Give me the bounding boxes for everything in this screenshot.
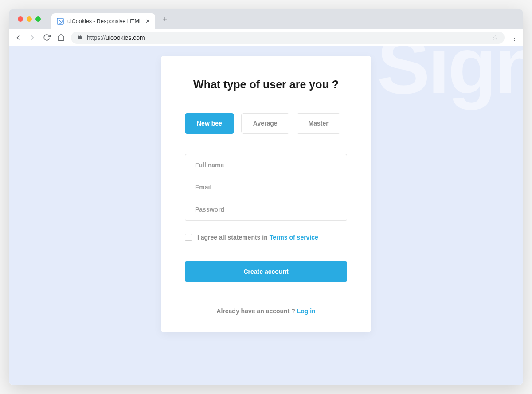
email-input[interactable]	[185, 176, 347, 198]
address-bar: https://uicookies.com ☆ ⋮	[9, 29, 523, 46]
terms-row: I agree all statements in Terms of servi…	[185, 234, 347, 241]
back-button[interactable]	[14, 34, 22, 42]
terms-text: I agree all statements in Terms of servi…	[197, 234, 318, 241]
user-type-master-button[interactable]: Master	[297, 113, 340, 134]
lock-icon	[77, 34, 82, 42]
user-type-newbee-button[interactable]: New bee	[185, 113, 234, 134]
page-content: Sign What type of user are you ? New bee…	[9, 46, 523, 385]
user-type-group: New bee Average Master	[185, 113, 347, 134]
browser-window: uiCookies - Responsive HTML × + https://…	[9, 9, 523, 385]
browser-menu-button[interactable]: ⋮	[511, 33, 518, 43]
card-heading: What type of user are you ?	[185, 78, 347, 91]
form-fields	[185, 154, 347, 221]
tab-bar: uiCookies - Responsive HTML × +	[9, 9, 523, 29]
terms-checkbox[interactable]	[185, 234, 192, 241]
background-decorative-text: Sign	[377, 46, 523, 111]
window-controls	[13, 16, 45, 22]
tab-title: uiCookies - Responsive HTML	[67, 18, 142, 24]
fullname-input[interactable]	[185, 154, 347, 176]
password-input[interactable]	[185, 198, 347, 221]
terms-link[interactable]: Terms of service	[270, 234, 318, 241]
browser-tab[interactable]: uiCookies - Responsive HTML ×	[51, 13, 155, 29]
tab-favicon-icon	[57, 18, 64, 25]
bookmark-star-icon[interactable]: ☆	[492, 33, 498, 42]
login-link[interactable]: Log in	[297, 307, 316, 315]
new-tab-button[interactable]: +	[159, 13, 171, 25]
url-box[interactable]: https://uicookies.com ☆	[71, 32, 505, 44]
signup-card: What type of user are you ? New bee Aver…	[161, 56, 371, 332]
close-window-button[interactable]	[18, 16, 23, 22]
home-button[interactable]	[57, 34, 65, 42]
minimize-window-button[interactable]	[27, 16, 32, 22]
maximize-window-button[interactable]	[35, 16, 41, 22]
login-row: Already have an account ? Log in	[185, 307, 347, 315]
reload-button[interactable]	[43, 34, 51, 42]
user-type-average-button[interactable]: Average	[241, 113, 289, 134]
tab-close-icon[interactable]: ×	[146, 18, 150, 25]
create-account-button[interactable]: Create account	[185, 261, 347, 282]
url-text: https://uicookies.com	[87, 34, 488, 41]
forward-button[interactable]	[28, 34, 36, 42]
